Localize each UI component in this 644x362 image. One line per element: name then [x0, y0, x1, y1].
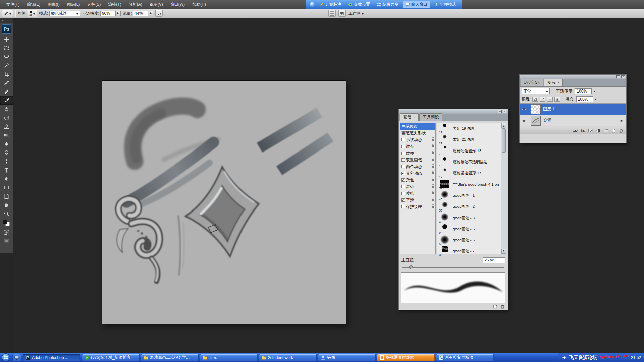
scroll-down-arrow[interactable]: [501, 249, 506, 254]
master-diameter-value[interactable]: 25 px: [483, 257, 505, 263]
brush-item[interactable]: 13喷枪硬边圆形 13: [437, 145, 501, 157]
clone-stamp-tool[interactable]: [0, 105, 13, 113]
link-layers-icon[interactable]: [573, 129, 578, 133]
end-share-button[interactable]: 结束共享: [374, 1, 401, 8]
taskbar-button-avatar[interactable]: 头像: [318, 354, 376, 361]
brush-item[interactable]: 21柔角 21 像素: [437, 134, 501, 145]
tab-close-icon[interactable]: [411, 115, 415, 119]
brush-option-smoothing[interactable]: 平滑: [400, 197, 435, 203]
pen-tool[interactable]: [0, 157, 13, 166]
tab-tool-presets[interactable]: 工具预设: [419, 113, 442, 121]
crop-tool[interactable]: [0, 70, 13, 78]
minimize-button[interactable]: [498, 110, 502, 113]
brush-item[interactable]: 40good画笔 - 1: [437, 190, 501, 201]
blend-mode-select[interactable]: 颜色减淡: [49, 11, 80, 16]
brush-option-shape-dynamics[interactable]: 形状动态: [400, 136, 435, 143]
brush-option-airbrush[interactable]: 喷枪: [400, 190, 435, 197]
brush-item[interactable]: 391***Blur's good brush 4.1 pn: [437, 179, 501, 190]
opacity-input[interactable]: 90%: [100, 11, 116, 16]
lasso-tool[interactable]: [0, 52, 13, 61]
menu-window[interactable]: 窗口(W): [167, 0, 189, 9]
layer-row-background[interactable]: 背景: [520, 115, 626, 126]
menu-file[interactable]: 文件(F): [3, 0, 23, 9]
healing-brush-tool[interactable]: [0, 87, 13, 96]
checkbox[interactable]: [401, 138, 405, 141]
zoom-tool[interactable]: [0, 209, 13, 218]
lock-transparent-pixels-button[interactable]: [532, 97, 538, 102]
flow-spinner[interactable]: [149, 11, 153, 16]
checkbox[interactable]: [401, 178, 405, 182]
visibility-toggle[interactable]: [520, 104, 528, 115]
brush-item[interactable]: 40good画笔 - 3: [437, 212, 501, 223]
brush-list-scrollbar[interactable]: [501, 123, 506, 254]
menu-edit[interactable]: 编辑(E): [23, 0, 44, 9]
checkbox[interactable]: [401, 165, 405, 168]
dodge-tool[interactable]: [0, 148, 13, 157]
rectangular-marquee-tool[interactable]: [0, 44, 13, 52]
chat-window-button[interactable]: 聊天窗口: [403, 1, 430, 8]
checkbox[interactable]: [401, 198, 405, 202]
checkbox[interactable]: [401, 205, 405, 208]
checkbox[interactable]: [401, 185, 405, 188]
collapse-tools-button[interactable]: »: [0, 18, 13, 23]
brush-option-dual-brush[interactable]: 双重画笔: [400, 157, 435, 163]
taskbar-button-control-panel[interactable]: 所有控制面板项: [436, 354, 494, 361]
menu-analysis[interactable]: 分析(A): [125, 0, 146, 9]
taskbar-button-student-work[interactable]: 2student work: [259, 354, 317, 361]
blend-mode-select[interactable]: 正常: [522, 88, 550, 94]
blur-tool[interactable]: [0, 139, 13, 148]
scroll-up-arrow[interactable]: [501, 123, 506, 128]
master-diameter-slider[interactable]: [402, 265, 504, 270]
tool-preset-picker[interactable]: [2, 10, 13, 17]
brush-tool[interactable]: [0, 96, 13, 105]
lock-all-button[interactable]: [554, 97, 560, 102]
layer-style-icon[interactable]: fx.: [581, 129, 585, 133]
taskbar-button-blog[interactable]: (376)阮子斌_新浪博客: [82, 354, 140, 361]
new-brush-icon[interactable]: [493, 304, 497, 309]
menu-layer[interactable]: 图层(L): [63, 0, 84, 9]
slider-thumb[interactable]: [409, 265, 413, 269]
checkbox[interactable]: [401, 172, 405, 175]
brush-item[interactable]: 19喷枪钢笔不透明描边: [437, 157, 501, 168]
notes-tool[interactable]: [0, 192, 13, 200]
start-button[interactable]: [2, 353, 10, 362]
type-tool[interactable]: [0, 166, 13, 174]
color-swatches[interactable]: [0, 218, 13, 228]
new-layer-icon[interactable]: [612, 129, 616, 133]
history-brush-tool[interactable]: [0, 113, 13, 122]
close-button[interactable]: [621, 75, 625, 78]
brush-option-scattering[interactable]: 散布: [400, 143, 435, 150]
fill-input[interactable]: 100%: [576, 96, 593, 102]
tab-close-icon[interactable]: [555, 80, 559, 85]
lock-image-pixels-button[interactable]: [540, 97, 545, 102]
path-selection-tool[interactable]: [0, 174, 13, 183]
layer-opacity-input[interactable]: 100%: [575, 88, 592, 94]
tab-history[interactable]: 历史记录: [521, 79, 543, 86]
brush-option-other-dynamics[interactable]: 其它动态: [400, 170, 435, 177]
visibility-toggle[interactable]: [520, 115, 528, 126]
hand-tool[interactable]: [0, 200, 13, 209]
opacity-spinner[interactable]: [117, 11, 121, 16]
adjustment-layer-icon[interactable]: [596, 129, 600, 133]
tab-brushes[interactable]: 画笔: [400, 113, 419, 121]
brush-item[interactable]: 25good画笔 - 5: [437, 224, 501, 235]
brush-option-texture[interactable]: 纹理: [400, 150, 435, 157]
add-mask-icon[interactable]: [588, 129, 593, 133]
checkbox[interactable]: [401, 152, 405, 155]
new-group-icon[interactable]: [604, 129, 608, 133]
menu-filter[interactable]: 滤镜(T): [104, 0, 125, 9]
magic-wand-tool[interactable]: [0, 61, 13, 70]
taskbar-button-class-folder[interactable]: 游戏原画二班报名学...: [141, 354, 199, 361]
brush-item[interactable]: 19尖角 19 像素: [437, 123, 501, 134]
checkbox[interactable]: [401, 192, 405, 195]
tab-layers[interactable]: 图层: [544, 79, 563, 86]
speaker-icon[interactable]: [562, 356, 567, 360]
menu-image[interactable]: 图像(I): [44, 0, 63, 9]
minimize-button[interactable]: [616, 75, 620, 78]
layer-name[interactable]: 背景: [543, 118, 551, 123]
parameter-settings-button[interactable]: 参数设置: [346, 1, 372, 8]
close-button[interactable]: [503, 110, 506, 113]
screen-mode-button[interactable]: [0, 237, 13, 245]
menu-help[interactable]: 帮助(H): [189, 0, 210, 9]
brush-option-presets[interactable]: 画笔预设: [400, 123, 435, 130]
